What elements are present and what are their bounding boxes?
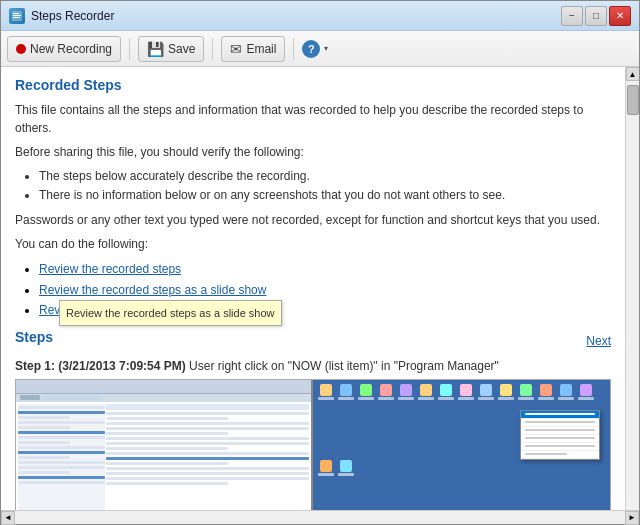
title-bar: Steps Recorder − □ ✕ — [1, 1, 639, 31]
title-bar-controls: − □ ✕ — [561, 6, 631, 26]
content-area: Recorded Steps This file contains all th… — [1, 67, 639, 510]
action-links-list: Review the recorded steps Review the rec… — [15, 259, 611, 320]
svg-rect-3 — [13, 17, 20, 18]
main-content: Recorded Steps This file contains all th… — [1, 67, 625, 510]
intro-line1: This file contains all the steps and inf… — [15, 101, 611, 137]
record-dot-icon — [16, 44, 26, 54]
screenshot-right: groovyPost.com — [313, 380, 610, 510]
verify-bullet-1: The steps below accurately describe the … — [39, 167, 611, 186]
restore-button[interactable]: □ — [585, 6, 607, 26]
email-icon: ✉ — [230, 41, 242, 57]
list-item-review-steps: Review the recorded steps — [39, 259, 611, 279]
step-1-title: Step 1: (3/21/2013 7:09:54 PM) User righ… — [15, 359, 611, 373]
next-link[interactable]: Next — [586, 334, 611, 348]
review-slideshow-link[interactable]: Review the recorded steps as a slide sho… — [39, 283, 266, 297]
toolbar-separator-2 — [212, 38, 213, 60]
minimize-button[interactable]: − — [561, 6, 583, 26]
email-button[interactable]: ✉ Email — [221, 36, 285, 62]
can-do-label: You can do the following: — [15, 235, 611, 253]
right-scrollbar: ▲ — [625, 67, 639, 510]
steps-section-title: Steps — [15, 329, 53, 345]
save-icon: 💾 — [147, 41, 164, 57]
steps-header-row: Steps Next — [15, 329, 611, 353]
svg-rect-2 — [13, 15, 21, 16]
step-1-screenshot: groovyPost.com — [15, 379, 611, 510]
help-button[interactable]: ? — [302, 40, 320, 58]
step-1-action: User right click on "NOW (list item)" in… — [189, 359, 499, 373]
app-icon — [9, 8, 25, 24]
verify-bullet-2: There is no information below or on any … — [39, 186, 611, 205]
save-button[interactable]: 💾 Save — [138, 36, 204, 62]
help-dropdown-arrow[interactable]: ▾ — [324, 44, 328, 53]
title-bar-left: Steps Recorder — [9, 8, 114, 24]
screenshot-left — [16, 380, 313, 510]
toolbar-separator-1 — [129, 38, 130, 60]
email-label: Email — [246, 42, 276, 56]
intro-line2: Before sharing this file, you should ver… — [15, 143, 611, 161]
close-button[interactable]: ✕ — [609, 6, 631, 26]
new-recording-button[interactable]: New Recording — [7, 36, 121, 62]
toolbar-separator-3 — [293, 38, 294, 60]
context-menu — [520, 410, 600, 460]
main-window: Steps Recorder − □ ✕ New Recording 💾 Sav… — [0, 0, 640, 525]
new-recording-label: New Recording — [30, 42, 112, 56]
scroll-h-track — [15, 511, 625, 524]
steps-section: Steps Next Step 1: (3/21/2013 7:09:54 PM… — [15, 329, 611, 510]
scroll-up-arrow[interactable]: ▲ — [626, 67, 640, 81]
password-note: Passwords or any other text you typed we… — [15, 211, 611, 229]
save-label: Save — [168, 42, 195, 56]
scroll-left-arrow[interactable]: ◄ — [1, 511, 15, 525]
window-title: Steps Recorder — [31, 9, 114, 23]
recorded-steps-title: Recorded Steps — [15, 77, 611, 93]
bottom-scrollbar: ◄ ► — [1, 510, 639, 524]
slideshow-tooltip: Review the recorded steps as a slide sho… — [59, 300, 282, 327]
step-1-entry: Step 1: (3/21/2013 7:09:54 PM) User righ… — [15, 359, 611, 510]
scroll-thumb[interactable] — [627, 85, 639, 115]
svg-rect-1 — [13, 13, 19, 14]
review-steps-link[interactable]: Review the recorded steps — [39, 262, 181, 276]
scroll-right-arrow[interactable]: ► — [625, 511, 639, 525]
verify-bullets-list: The steps below accurately describe the … — [15, 167, 611, 205]
list-item-review-slideshow: Review the recorded steps as a slide sho… — [39, 280, 611, 300]
step-1-label: Step 1: (3/21/2013 7:09:54 PM) — [15, 359, 186, 373]
toolbar: New Recording 💾 Save ✉ Email ? ▾ — [1, 31, 639, 67]
